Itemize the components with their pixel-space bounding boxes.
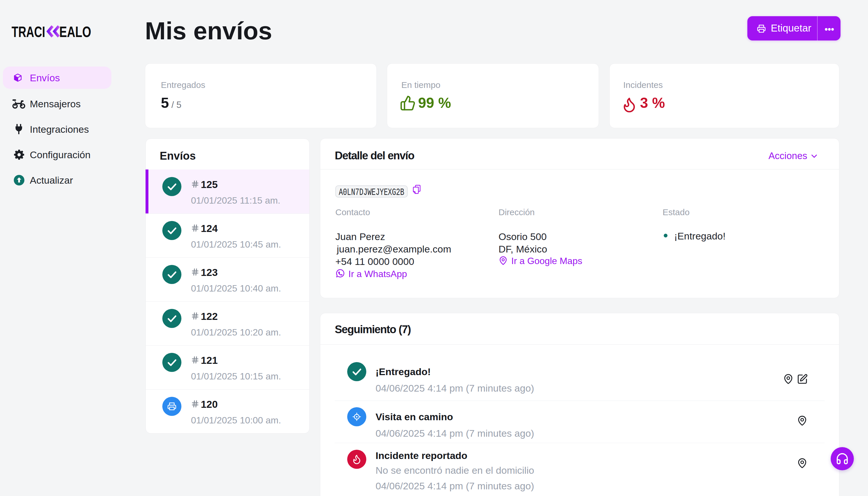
svg-text:EALO: EALO [59, 24, 91, 39]
svg-text:TRACI: TRACI [12, 24, 45, 39]
svg-text:A0LN7DJWEJYEXG2B: A0LN7DJWEJYEXG2B [339, 187, 404, 197]
